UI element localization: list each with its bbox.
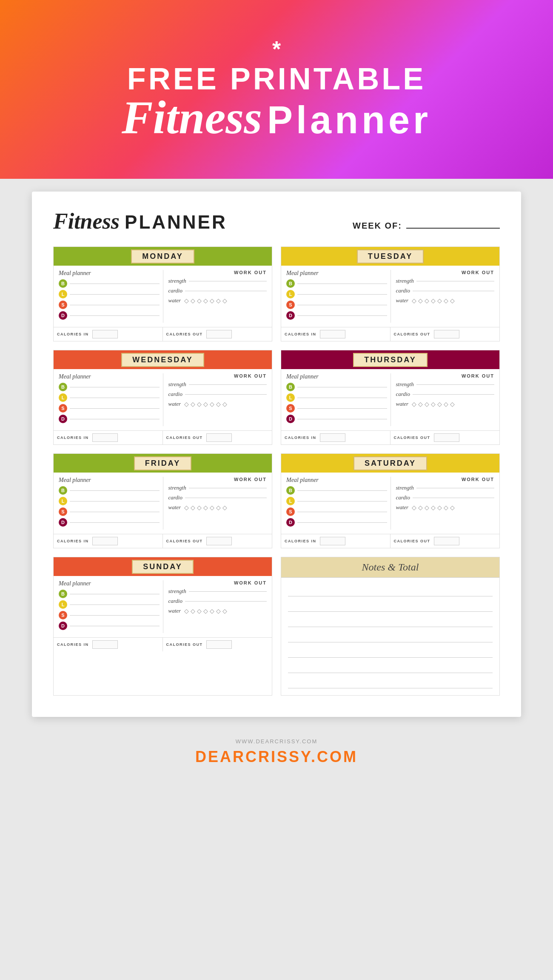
water-drop-icon: ◇ (418, 401, 423, 407)
calories-footer-monday: CALORIES IN CALORIES OUT (54, 327, 272, 341)
workout-section-monday: WORK OUT strength cardio water ◇◇◇◇◇◇◇ (163, 270, 267, 323)
meal-item-s-wednesday: S (59, 404, 160, 413)
water-drop-icon: ◇ (431, 401, 436, 407)
water-drop-icon: ◇ (203, 401, 208, 407)
meal-badge-s: S (59, 507, 67, 516)
meal-title-friday: Meal planner (59, 477, 160, 484)
calories-in-cell-saturday: CALORIES IN (281, 534, 391, 548)
meal-line-s (70, 305, 160, 305)
meal-line-l (70, 398, 160, 398)
water-drop-icon: ◇ (191, 401, 195, 407)
meal-line-s (70, 512, 160, 512)
water-drop-icon: ◇ (184, 401, 189, 407)
cardio-row-wednesday: cardio (168, 391, 267, 398)
strength-line-thursday (416, 384, 494, 385)
meal-badge-l: L (59, 290, 67, 298)
meal-line-s (70, 408, 160, 409)
calories-in-value-wednesday (92, 433, 118, 442)
water-drop-icon: ◇ (210, 607, 214, 614)
planner-planner-label: PLANNER (125, 212, 227, 233)
meal-section-friday: Meal planner B L S (59, 477, 163, 530)
meal-item-s-tuesday: S (286, 301, 387, 309)
calories-in-label-tuesday: CALORIES IN (285, 332, 316, 336)
water-row-sunday: water ◇◇◇◇◇◇◇ (168, 607, 267, 614)
meal-title-wednesday: Meal planner (59, 373, 160, 380)
calories-in-value-thursday (320, 433, 345, 442)
meal-item-l-friday: L (59, 497, 160, 505)
water-label-tuesday: water (396, 297, 409, 304)
strength-row-friday: strength (168, 484, 267, 491)
meal-item-d-thursday: D (286, 415, 387, 423)
meal-item-s-friday: S (59, 507, 160, 516)
meal-item-b-sunday: B (59, 590, 160, 598)
meal-line-b (70, 284, 160, 284)
day-header-wednesday: WEDNESDAY (54, 350, 272, 369)
meal-line-l (297, 501, 387, 501)
meal-line-b (297, 284, 387, 284)
meal-badge-d: D (59, 622, 67, 630)
day-label-friday: FRIDAY (134, 456, 191, 470)
meal-line-s (297, 512, 387, 512)
week-of-section: WEEK OF: (353, 221, 500, 231)
meal-badge-l: L (59, 600, 67, 609)
water-drop-icon: ◇ (210, 297, 214, 304)
water-row-monday: water ◇◇◇◇◇◇◇ (168, 297, 267, 304)
water-drop-icon: ◇ (425, 401, 429, 407)
water-drop-icon: ◇ (444, 297, 448, 304)
calories-in-label-sunday: CALORIES IN (57, 642, 89, 647)
calories-out-value-thursday (434, 433, 459, 442)
meal-section-thursday: Meal planner B L S (286, 373, 391, 426)
water-label-monday: water (168, 297, 181, 304)
meal-item-l-thursday: L (286, 393, 387, 402)
meal-item-l-wednesday: L (59, 393, 160, 402)
workout-title-saturday: WORK OUT (396, 477, 495, 482)
day-header-saturday: SATURDAY (281, 454, 499, 473)
cardio-row-sunday: cardio (168, 598, 267, 605)
workout-title-monday: WORK OUT (168, 270, 267, 275)
water-drop-icon: ◇ (425, 297, 429, 304)
water-drop-icon: ◇ (450, 401, 455, 407)
water-drop-icon: ◇ (203, 504, 208, 511)
meal-section-wednesday: Meal planner B L S (59, 373, 163, 426)
meal-items-friday: B L S D (59, 486, 160, 527)
water-row-saturday: water ◇◇◇◇◇◇◇ (396, 504, 495, 511)
day-body-tuesday: Meal planner B L S (281, 266, 499, 325)
day-body-wednesday: Meal planner B L S (54, 369, 272, 429)
cardio-row-saturday: cardio (396, 494, 495, 501)
meal-item-b-tuesday: B (286, 279, 387, 288)
water-label-wednesday: water (168, 401, 181, 407)
day-card-tuesday: TUESDAY Meal planner B L S (281, 246, 500, 341)
notes-line (288, 629, 493, 642)
water-drop-icon: ◇ (191, 504, 195, 511)
calories-in-value-friday (92, 537, 118, 545)
meal-badge-b: B (59, 383, 67, 391)
cardio-row-friday: cardio (168, 494, 267, 501)
meal-badge-l: L (286, 497, 295, 505)
meal-item-s-thursday: S (286, 404, 387, 413)
workout-section-saturday: WORK OUT strength cardio water ◇◇◇◇◇◇◇ (391, 477, 495, 530)
meal-item-d-friday: D (59, 518, 160, 527)
calories-out-value-tuesday (434, 330, 459, 338)
header-asterisk: * (272, 38, 281, 60)
calories-in-cell-tuesday: CALORIES IN (281, 327, 391, 341)
water-drop-icon: ◇ (450, 504, 455, 511)
planner-title: Fitness PLANNER (53, 209, 227, 234)
water-drop-icon: ◇ (216, 401, 221, 407)
meal-item-l-sunday: L (59, 600, 160, 609)
meal-title-saturday: Meal planner (286, 477, 387, 484)
strength-label-thursday: strength (396, 381, 414, 388)
calories-out-cell-thursday: CALORIES OUT (391, 431, 500, 444)
strength-line-sunday (189, 591, 267, 592)
days-grid: MONDAY Meal planner B L S (53, 246, 500, 696)
notes-line (288, 598, 493, 612)
cardio-label-monday: cardio (168, 287, 182, 294)
meal-line-d (70, 315, 160, 316)
meal-badge-b: B (59, 486, 67, 495)
water-row-friday: water ◇◇◇◇◇◇◇ (168, 504, 267, 511)
water-drop-icon: ◇ (184, 607, 189, 614)
strength-row-saturday: strength (396, 484, 495, 491)
meal-line-b (70, 594, 160, 594)
planner-fitness-label: Fitness (53, 209, 120, 234)
water-drop-icon: ◇ (203, 607, 208, 614)
day-card-wednesday: WEDNESDAY Meal planner B L S (53, 350, 272, 445)
